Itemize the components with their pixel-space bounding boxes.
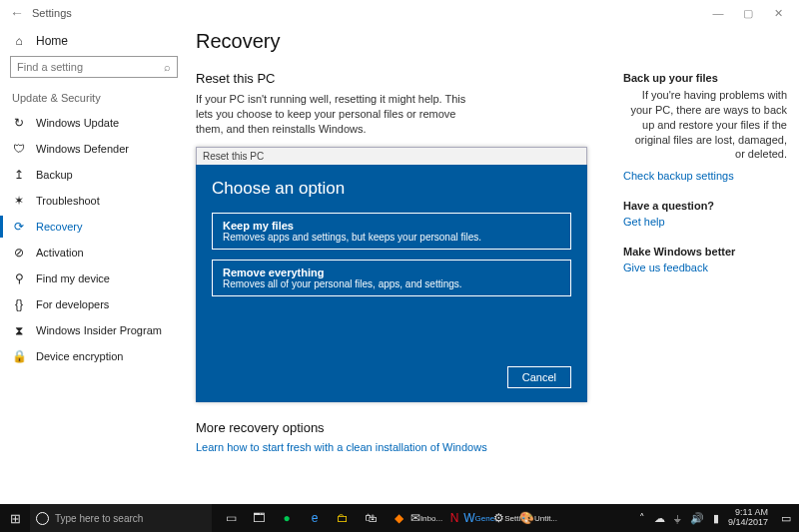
feedback-link[interactable]: Give us feedback: [623, 262, 787, 273]
system-tray: ˄ ☁ ⏚ 🔊 ▮ 9:11 AM 9/14/2017 ▭: [631, 508, 799, 528]
task-view-icon[interactable]: ▭: [218, 504, 244, 532]
backup-icon: ↥: [12, 168, 26, 182]
sidebar-item-find-my-device[interactable]: ⚲Find my device: [10, 266, 178, 291]
sidebar-item-windows-defender[interactable]: 🛡Windows Defender: [10, 136, 178, 162]
sidebar-item-label: Windows Defender: [36, 143, 129, 155]
sidebar-item-label: Recovery: [36, 221, 82, 233]
sidebar-item-label: Activation: [36, 247, 84, 259]
for-developers-icon: {}: [12, 297, 26, 311]
option-title: Remove everything: [223, 266, 560, 278]
home-icon: ⌂: [12, 34, 26, 48]
question-heading: Have a question?: [623, 200, 787, 212]
network-icon[interactable]: ⏚: [674, 512, 681, 524]
recovery-icon: ⟳: [12, 220, 26, 234]
onedrive-icon[interactable]: ☁: [654, 512, 665, 525]
page-title: Recovery: [196, 30, 601, 53]
cortana-icon: [36, 512, 49, 525]
backup-text: If you're having problems with your PC, …: [623, 88, 787, 162]
backup-link[interactable]: Check backup settings: [623, 170, 787, 182]
reset-description: If your PC isn't running well, resetting…: [196, 92, 485, 137]
content-area: Recovery Reset this PC If your PC isn't …: [178, 26, 619, 492]
app-icon[interactable]: ◆: [386, 504, 411, 532]
clock-date: 9/14/2017: [728, 518, 768, 528]
sidebar-item-label: Device encryption: [36, 350, 123, 362]
window-titlebar: ← Settings — ▢ ✕: [0, 0, 799, 26]
sidebar-item-label: For developers: [36, 298, 109, 310]
option-keep-files[interactable]: Keep my files Removes apps and settings,…: [212, 213, 571, 250]
search-placeholder: Find a setting: [17, 61, 164, 73]
maximize-icon[interactable]: ▢: [733, 7, 763, 20]
dialog-title: Choose an option: [212, 179, 571, 199]
store-icon[interactable]: 🛍: [358, 504, 384, 532]
word-icon[interactable]: WGene...: [469, 504, 495, 532]
tray-chevron-icon[interactable]: ˄: [639, 512, 645, 525]
activation-icon: ⊘: [12, 246, 26, 260]
windows-update-icon: ↻: [12, 116, 26, 130]
settings-sidebar: ⌂ Home Find a setting ⌕ Update & Securit…: [0, 26, 178, 492]
windows-insider-program-icon: ⧗: [12, 323, 26, 337]
edge-icon[interactable]: e: [302, 504, 328, 532]
sidebar-item-label: Windows Insider Program: [36, 324, 162, 336]
sidebar-item-recovery[interactable]: ⟳Recovery: [10, 214, 178, 240]
sidebar-item-label: Windows Update: [36, 117, 119, 129]
find-my-device-icon: ⚲: [12, 271, 26, 285]
action-center-icon[interactable]: ▭: [781, 512, 791, 525]
back-icon[interactable]: ←: [6, 5, 28, 21]
explorer-icon[interactable]: 🗀: [330, 504, 356, 532]
sidebar-item-activation[interactable]: ⊘Activation: [10, 240, 178, 266]
mail-icon[interactable]: ✉Inbo...: [413, 504, 439, 532]
window-title: Settings: [32, 7, 72, 19]
sidebar-item-label: Find my device: [36, 272, 110, 284]
fresh-start-link[interactable]: Learn how to start fresh with a clean in…: [196, 441, 601, 453]
taskbar-clock[interactable]: 9:11 AM 9/14/2017: [728, 508, 772, 528]
paint-icon[interactable]: 🎨Untit...: [525, 504, 551, 532]
reset-dialog: Reset this PC Choose an option Keep my f…: [196, 147, 587, 402]
device-encryption-icon: 🔒: [12, 349, 26, 363]
start-button[interactable]: ⊞: [0, 511, 30, 526]
option-sub: Removes apps and settings, but keeps you…: [223, 232, 560, 243]
search-icon: ⌕: [164, 61, 171, 73]
taskbar-pinned: ▭ 🗔 ● e 🗀 🛍 ◆ ✉Inbo... N WGene... ⚙Setti…: [212, 504, 551, 532]
sidebar-nav: ↻Windows Update🛡Windows Defender↥Backup✶…: [10, 110, 178, 369]
taskbar-search-placeholder: Type here to search: [55, 513, 143, 524]
windows-defender-icon: 🛡: [12, 142, 26, 156]
search-input[interactable]: Find a setting ⌕: [10, 56, 178, 78]
app-icon[interactable]: ●: [274, 504, 300, 532]
taskbar: ⊞ Type here to search ▭ 🗔 ● e 🗀 🛍 ◆ ✉Inb…: [0, 504, 799, 532]
sidebar-group-label: Update & Security: [12, 92, 178, 104]
option-sub: Removes all of your personal files, apps…: [223, 278, 560, 289]
sidebar-item-windows-insider-program[interactable]: ⧗Windows Insider Program: [10, 317, 178, 343]
volume-icon[interactable]: 🔊: [690, 512, 704, 525]
backup-heading: Back up your files: [623, 72, 787, 84]
help-link[interactable]: Get help: [623, 216, 787, 228]
help-panel: Back up your files If you're having prob…: [619, 26, 799, 492]
close-icon[interactable]: ✕: [763, 7, 793, 20]
app-icon[interactable]: 🗔: [246, 504, 272, 532]
sidebar-home-label: Home: [36, 34, 68, 48]
sidebar-home[interactable]: ⌂ Home: [10, 30, 178, 56]
cancel-button[interactable]: Cancel: [507, 366, 571, 388]
sidebar-item-device-encryption[interactable]: 🔒Device encryption: [10, 343, 178, 369]
battery-icon[interactable]: ▮: [713, 512, 719, 525]
troubleshoot-icon: ✶: [12, 194, 26, 208]
sidebar-item-backup[interactable]: ↥Backup: [10, 162, 178, 188]
sidebar-item-troubleshoot[interactable]: ✶Troubleshoot: [10, 188, 178, 214]
sidebar-item-for-developers[interactable]: {}For developers: [10, 291, 178, 317]
sidebar-item-label: Backup: [36, 169, 73, 181]
option-title: Keep my files: [223, 220, 560, 232]
feedback-heading: Make Windows better: [623, 246, 787, 258]
dialog-header: Reset this PC: [196, 147, 587, 165]
reset-heading: Reset this PC: [196, 71, 601, 86]
sidebar-item-windows-update[interactable]: ↻Windows Update: [10, 110, 178, 136]
option-remove-everything[interactable]: Remove everything Removes all of your pe…: [212, 260, 571, 296]
taskbar-search[interactable]: Type here to search: [30, 504, 212, 532]
minimize-icon[interactable]: —: [703, 7, 733, 19]
sidebar-item-label: Troubleshoot: [36, 195, 100, 207]
more-heading: More recovery options: [196, 420, 601, 435]
